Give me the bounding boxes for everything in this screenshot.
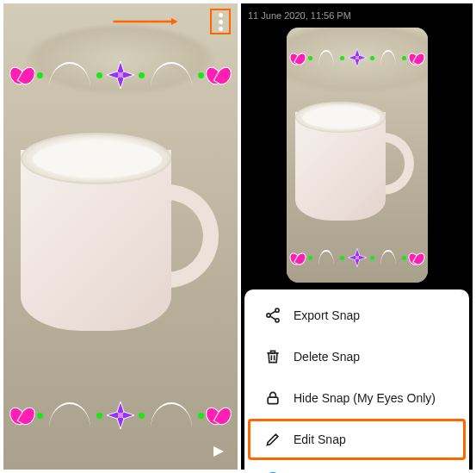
menu-item-edit-snap[interactable]: Edit Snap	[248, 419, 466, 460]
svg-marker-12	[213, 446, 224, 457]
pencil-icon	[264, 431, 281, 448]
dot-icon	[96, 72, 102, 78]
dot-icon	[37, 72, 43, 78]
star-flower-icon	[105, 59, 136, 90]
menu-item-label: Export Snap	[294, 308, 360, 322]
trash-icon	[264, 348, 281, 365]
share-icon	[264, 307, 281, 324]
snap-preview-screen	[3, 3, 238, 470]
svg-point-9	[118, 413, 123, 418]
svg-rect-30	[268, 397, 278, 404]
lotus-icon	[10, 405, 34, 426]
photo-subject-mug	[12, 133, 227, 357]
next-arrow-icon[interactable]	[212, 445, 226, 463]
svg-marker-11	[171, 18, 178, 25]
star-flower-icon	[105, 400, 136, 431]
snap-options-screen: 11 June 2020, 11:56 PM	[241, 3, 473, 470]
menu-item-label: Edit Snap	[294, 433, 346, 446]
lotus-icon	[207, 405, 231, 426]
snap-options-menu: Export Snap Delete Snap Hide Snap (My Ey…	[244, 289, 469, 473]
snap-timestamp: 11 June 2020, 11:56 PM	[241, 3, 473, 24]
svg-line-26	[270, 311, 276, 314]
menu-item-send-snap[interactable]: Send Snap	[248, 460, 466, 473]
dot-icon	[198, 413, 204, 419]
dot-icon	[37, 413, 43, 419]
menu-item-hide-snap[interactable]: Hide Snap (My Eyes Only)	[248, 377, 466, 419]
lock-icon	[264, 389, 281, 407]
snap-thumbnail-area	[241, 24, 473, 289]
dot-icon	[198, 72, 204, 78]
svg-point-17	[355, 56, 359, 59]
lotus-icon	[207, 65, 231, 85]
filter-border-bottom	[3, 385, 238, 445]
svg-line-27	[270, 316, 276, 320]
dot-icon	[139, 413, 145, 419]
lotus-icon	[10, 65, 34, 85]
filter-border-top	[3, 45, 238, 105]
menu-item-label: Delete Snap	[294, 350, 360, 364]
dot-icon	[139, 72, 145, 78]
more-options-button[interactable]	[210, 9, 231, 34]
menu-item-delete-snap[interactable]: Delete Snap	[248, 336, 466, 377]
menu-item-export-snap[interactable]: Export Snap	[248, 295, 466, 336]
svg-point-4	[118, 72, 123, 78]
menu-item-label: Hide Snap (My Eyes Only)	[294, 391, 436, 405]
annotation-arrow	[81, 17, 210, 26]
dot-icon	[96, 413, 102, 419]
svg-point-22	[355, 256, 359, 259]
snap-thumbnail[interactable]	[287, 28, 428, 283]
